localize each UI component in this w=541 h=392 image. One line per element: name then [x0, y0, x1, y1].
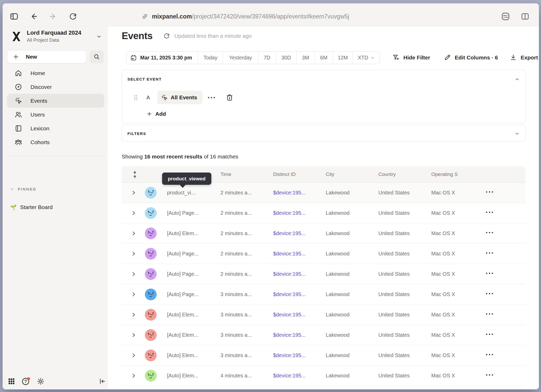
refresh-icon[interactable] [162, 32, 171, 40]
browser-reload-button[interactable] [68, 12, 78, 21]
row-expand-chevron[interactable] [132, 271, 136, 277]
distinct-id-link[interactable]: $device:195... [273, 366, 306, 386]
trash-icon[interactable] [226, 93, 233, 102]
event-name-cell[interactable]: [Auto] Elem... [167, 223, 198, 243]
event-name-cell[interactable]: [Auto] Page... [167, 284, 199, 304]
row-actions-button[interactable] [486, 212, 493, 213]
event-options-button[interactable] [208, 94, 216, 101]
event-name-cell[interactable]: [Auto] Page... [167, 264, 199, 284]
sidebar-item-users[interactable]: Users [7, 108, 104, 121]
column-header-distinct-id[interactable]: Distinct ID [273, 166, 296, 182]
browser-forward-button[interactable] [48, 12, 58, 21]
row-expand-chevron[interactable] [132, 353, 136, 358]
distinct-id-link[interactable]: $device:195... [273, 244, 306, 264]
sidebar-item-starter-board[interactable]: 🌱 Starter Board [10, 201, 53, 213]
table-row[interactable]: [Auto] Elem... 3 minutes a... $device:19… [122, 305, 526, 325]
distinct-id-link[interactable]: $device:195... [273, 183, 306, 203]
sidebar-item-discover[interactable]: Discover [7, 80, 104, 94]
range-yesterday[interactable]: Yesterday [223, 52, 258, 64]
distinct-id-link[interactable]: $device:195... [273, 284, 306, 304]
event-name-cell[interactable]: [Auto] Elem... [167, 325, 198, 345]
distinct-id-link[interactable]: $device:195... [273, 325, 306, 345]
range-30d[interactable]: 30D [276, 52, 296, 64]
os-cell: Mac OS X [431, 264, 455, 284]
export-button[interactable]: Export [510, 51, 538, 64]
pinned-section-header[interactable]: PINNED [10, 187, 36, 191]
table-row[interactable]: [Auto] Elem... 3 minutes a... $device:19… [122, 345, 526, 366]
event-avatar [145, 187, 157, 199]
browser-back-button[interactable] [29, 12, 38, 21]
event-name-cell[interactable]: [Auto] Elem... [167, 366, 198, 386]
distinct-id-link[interactable]: $device:195... [273, 345, 306, 365]
range-xtd[interactable]: XTD [353, 52, 380, 64]
row-actions-button[interactable] [486, 252, 493, 254]
column-header-country[interactable]: Country [378, 166, 396, 182]
pencil-icon [444, 54, 451, 61]
browser-split-view-icon[interactable] [520, 12, 530, 21]
event-name-cell[interactable]: [Auto] Page... [167, 244, 199, 264]
browser-customize-icon[interactable] [501, 12, 510, 21]
range-7d[interactable]: 7D [258, 52, 276, 64]
event-name-cell[interactable]: [Auto] Elem... [167, 345, 198, 365]
date-picker[interactable]: Mar 11, 2025 3:30 pm [126, 52, 198, 64]
column-header-city[interactable]: City [326, 166, 334, 182]
row-expand-chevron[interactable] [132, 251, 136, 256]
row-actions-button[interactable] [486, 293, 493, 294]
apps-grid-icon[interactable] [7, 377, 16, 386]
table-row[interactable]: [Auto] Page... 2 minutes a... $device:19… [122, 264, 526, 284]
sidebar-item-home[interactable]: Home [7, 66, 104, 80]
distinct-id-link[interactable]: $device:195... [273, 264, 306, 284]
distinct-id-link[interactable]: $device:195... [273, 223, 306, 243]
row-actions-button[interactable] [486, 191, 493, 193]
browser-sidebar-toggle-button[interactable] [9, 12, 19, 21]
table-row[interactable]: [Auto] Page... 2 minutes a... $device:19… [122, 244, 526, 264]
row-expand-chevron[interactable] [132, 210, 136, 216]
edit-columns-button[interactable]: Edit Columns · 6 [444, 51, 498, 64]
row-actions-button[interactable] [486, 273, 493, 274]
range-12m[interactable]: 12M [333, 52, 353, 64]
new-button[interactable]: New [7, 50, 86, 63]
table-row[interactable]: [Auto] Elem... 4 minutes a... $device:19… [122, 366, 526, 386]
event-name-cell[interactable]: [Auto] Elem... [167, 305, 198, 325]
distinct-id-link[interactable]: $device:195... [273, 305, 306, 325]
collapse-sidebar-icon[interactable] [98, 377, 107, 386]
sidebar-item-lexicon[interactable]: Lexicon [7, 121, 104, 135]
row-expand-chevron[interactable] [132, 190, 136, 195]
distinct-id-link[interactable]: $device:195... [273, 203, 306, 223]
range-6m[interactable]: 6M [315, 52, 333, 64]
table-row[interactable]: [Auto] Elem... 3 minutes a... $device:19… [122, 325, 526, 345]
drag-handle-icon[interactable] [134, 95, 138, 101]
row-actions-button[interactable] [486, 232, 493, 233]
row-expand-chevron[interactable] [132, 231, 136, 236]
event-name-cell[interactable]: [Auto] Page... [167, 203, 199, 223]
hide-filter-button[interactable]: Hide Filter [392, 51, 430, 64]
row-expand-chevron[interactable] [132, 312, 136, 317]
add-event-button[interactable]: Add [146, 109, 166, 119]
table-row[interactable]: [Auto] Elem... 2 minutes a... $device:19… [122, 223, 526, 244]
search-button[interactable] [90, 50, 104, 63]
table-row[interactable]: [Auto] Page... 2 minutes a... $device:19… [122, 203, 526, 223]
table-row[interactable]: [Auto] Page... 3 minutes a... $device:19… [122, 284, 526, 305]
chevron-up-icon[interactable] [515, 77, 520, 82]
sidebar-item-events[interactable]: Events [7, 94, 104, 108]
column-header-operating-system[interactable]: Operating S [431, 166, 458, 182]
table-row[interactable] [122, 386, 526, 389]
help-icon[interactable]: ? [21, 377, 30, 386]
event-selector-chip[interactable]: All Events [157, 91, 202, 104]
row-expand-chevron[interactable] [132, 332, 136, 338]
row-expand-chevron[interactable] [132, 292, 136, 297]
address-bar[interactable]: mixpanel.com/project/3472420/view/397469… [142, 12, 349, 21]
row-actions-button[interactable] [486, 334, 493, 335]
column-header-time[interactable]: Time [220, 166, 231, 182]
row-expand-chevron[interactable] [132, 373, 136, 378]
row-actions-button[interactable] [486, 374, 493, 376]
row-actions-button[interactable] [486, 354, 493, 355]
row-actions-button[interactable] [486, 313, 493, 315]
chevron-down-icon[interactable] [515, 131, 520, 136]
project-switcher[interactable]: Lord Farquaad 2024 All Project Data [11, 29, 102, 43]
sidebar-item-cohorts[interactable]: Cohorts [7, 135, 104, 149]
range-3m[interactable]: 3M [296, 52, 315, 64]
range-today[interactable]: Today [198, 52, 223, 64]
collapse-rows-icon[interactable] [132, 170, 138, 179]
gear-icon[interactable] [36, 377, 45, 386]
